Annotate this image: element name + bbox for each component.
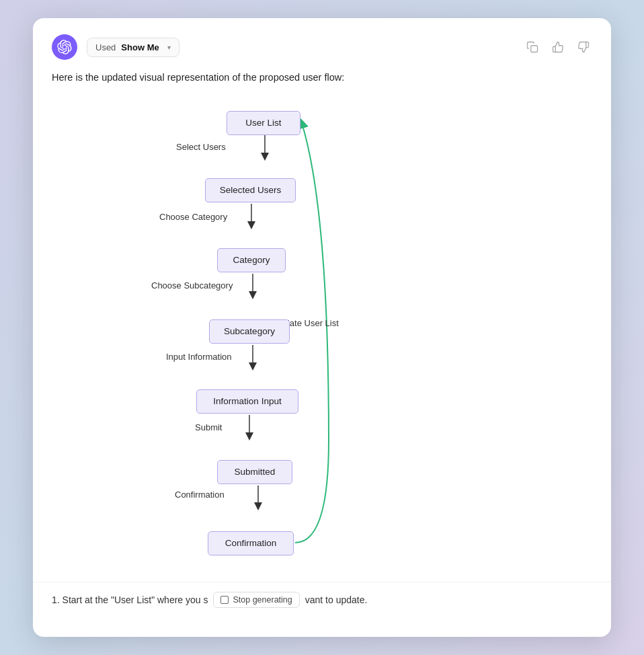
intro-text: Here is the updated visual representatio… <box>52 71 592 85</box>
node-user-list: User List <box>227 111 300 135</box>
node-submitted: Submitted <box>217 460 292 484</box>
chevron-down-icon: ▾ <box>167 44 171 51</box>
svg-rect-0 <box>531 46 538 52</box>
label-input-information: Input Information <box>166 352 232 362</box>
flowchart-container: Select Users Choose Category Choose Subc… <box>52 104 592 568</box>
flowchart-svg <box>52 104 592 568</box>
tool-label: Used <box>95 42 116 52</box>
header-actions <box>524 38 592 56</box>
main-card: Used Show Me ▾ <box>33 18 611 637</box>
bottom-bar: 1. Start at the "User List" where you s … <box>33 582 611 621</box>
node-selected-users: Selected Users <box>205 178 296 202</box>
stop-generating-button[interactable]: Stop generating <box>213 592 299 608</box>
bottom-text-before: 1. Start at the "User List" where you s <box>52 594 208 605</box>
tool-badge[interactable]: Used Show Me ▾ <box>87 38 179 57</box>
label-confirmation: Confirmation <box>175 490 225 500</box>
header-left: Used Show Me ▾ <box>52 34 179 60</box>
message-body: Here is the updated visual representatio… <box>33 68 611 582</box>
node-subcategory: Subcategory <box>209 319 290 344</box>
node-information-input: Information Input <box>196 389 298 414</box>
node-confirmation: Confirmation <box>208 531 294 555</box>
stop-icon <box>220 596 229 604</box>
message-header: Used Show Me ▾ <box>33 18 611 68</box>
label-submit: Submit <box>195 422 222 432</box>
thumbs-down-button[interactable] <box>575 38 592 56</box>
stop-label: Stop generating <box>233 595 292 605</box>
copy-button[interactable] <box>524 38 541 56</box>
tool-bold: Show Me <box>121 42 159 52</box>
thumbs-up-button[interactable] <box>549 38 567 56</box>
label-choose-subcategory: Choose Subcategory <box>151 280 233 291</box>
label-choose-category: Choose Category <box>159 212 227 222</box>
label-select-users: Select Users <box>176 142 226 152</box>
node-category: Category <box>217 248 286 272</box>
bottom-text-after: vant to update. <box>305 594 368 605</box>
avatar <box>52 34 77 60</box>
